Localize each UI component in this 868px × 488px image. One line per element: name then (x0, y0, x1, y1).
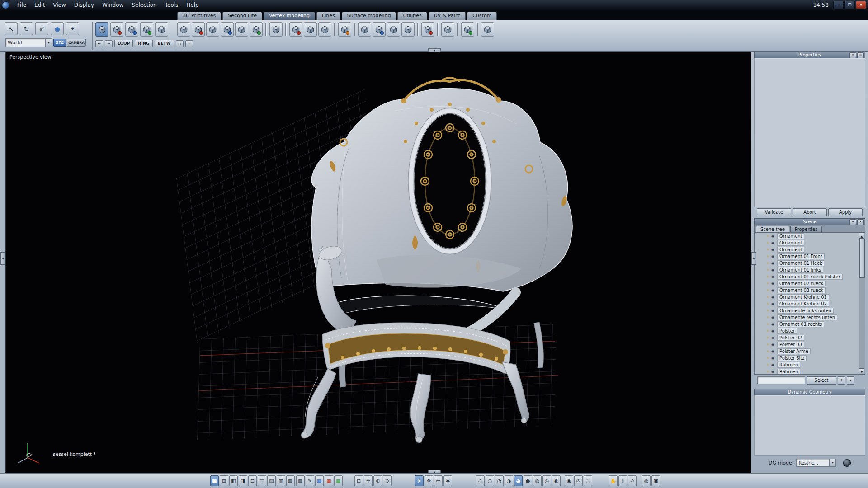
hidden-line-mode-icon[interactable]: ○ (486, 475, 494, 486)
tab-custom[interactable]: Custom (467, 12, 497, 20)
scene-tree-item[interactable]: ✳◉Polster 03 (755, 341, 859, 348)
pen-tool-icon[interactable]: ✐ (35, 22, 48, 35)
scene-tree-item[interactable]: ✳◉Ornamente links unten (755, 307, 859, 314)
menu-selection[interactable]: Selection (127, 1, 160, 9)
validate-button[interactable]: Validate (757, 208, 791, 216)
tab-vertex-modeling[interactable]: Vertex modeling (264, 12, 315, 20)
minimize-button[interactable]: – (833, 1, 844, 9)
zoom-out-icon[interactable]: ⊙ (383, 475, 392, 486)
item-visibility-icon[interactable]: ◉ (770, 356, 775, 360)
loop-button[interactable]: LOOP (114, 40, 133, 47)
chevron-down-icon[interactable]: ▾ (829, 459, 835, 466)
vertex-tool-13-icon[interactable] (373, 22, 386, 37)
select-points-icon[interactable] (110, 22, 123, 37)
grid-toggle-icon[interactable]: ▦ (296, 475, 305, 486)
hide-others-icon[interactable]: ◎ (574, 475, 583, 486)
item-star-icon[interactable]: ✳ (765, 349, 770, 353)
menu-file[interactable]: File (13, 1, 30, 9)
two-views-horizontal-icon[interactable]: ⊟ (248, 475, 257, 486)
item-star-icon[interactable]: ✳ (765, 288, 770, 292)
tab-utilities[interactable]: Utilities (397, 12, 427, 20)
item-star-icon[interactable]: ✳ (765, 275, 770, 279)
spinner-down-icon[interactable]: ▾ (838, 376, 845, 385)
world-dropdown[interactable]: World ▾ (5, 38, 52, 47)
close-button[interactable]: ✕ (856, 1, 866, 9)
scene-tree-item[interactable]: ✳◉Polster (755, 328, 859, 334)
item-visibility-icon[interactable]: ◉ (770, 275, 775, 279)
select-cursor-icon[interactable]: ➤ (415, 475, 424, 486)
menu-view[interactable]: View (49, 1, 70, 9)
item-visibility-icon[interactable]: ◉ (770, 302, 775, 306)
viewport-top-handle[interactable]: ▾ (428, 48, 441, 52)
item-visibility-icon[interactable]: ◉ (770, 349, 775, 353)
vertex-tool-12-icon[interactable] (358, 22, 371, 37)
scroll-down-icon[interactable]: ▼ (859, 368, 864, 374)
rect-select-icon[interactable]: ▭ (434, 475, 443, 486)
scene-tree-item[interactable]: ✳◉Ornamente rechts unten (755, 314, 859, 321)
item-star-icon[interactable]: ✳ (765, 363, 770, 367)
move-cursor-icon[interactable]: ✥ (425, 475, 433, 486)
camera-button[interactable]: CAMERA (67, 39, 86, 47)
scene-tree-item[interactable]: ✳◉Ornament Krohne 02 (755, 300, 859, 307)
panel-close-icon[interactable]: ✕ (857, 52, 864, 58)
scroll-up-icon[interactable]: ▲ (859, 233, 864, 239)
scene-tree-item[interactable]: ✳◉Ornament 01 Heck (755, 260, 859, 267)
three-views-left-icon[interactable]: ◧ (229, 475, 238, 486)
item-visibility-icon[interactable]: ◉ (770, 268, 775, 272)
textured-mode-icon[interactable]: ◕ (514, 475, 523, 486)
scene-tree-item[interactable]: ✳◉Polster 02 (755, 334, 859, 341)
item-visibility-icon[interactable]: ◉ (770, 234, 775, 238)
item-star-icon[interactable]: ✳ (765, 315, 770, 319)
single-view-icon[interactable]: ■ (210, 475, 219, 486)
betw-button[interactable]: BETW (155, 40, 174, 47)
twoside-mode-icon[interactable]: ◐ (552, 475, 561, 486)
grid-yz-icon[interactable]: ▦ (334, 475, 343, 486)
panel-close-icon[interactable]: ✕ (857, 219, 864, 225)
perspective-viewport[interactable]: Perspective view sessel komplett * (5, 52, 751, 473)
vertex-tool-14-icon[interactable] (387, 22, 400, 37)
vertex-tool-6-icon[interactable] (250, 22, 263, 37)
tab-3d-primitives[interactable]: 3D Primitives (177, 12, 221, 20)
dg-sphere-icon[interactable] (843, 459, 851, 467)
vertex-tool-4-icon[interactable] (221, 22, 234, 37)
item-star-icon[interactable]: ✳ (765, 261, 770, 265)
select-grow-icon[interactable]: ◦ (185, 40, 193, 47)
scene-tree-item[interactable]: ✳◉Rahmen (755, 361, 859, 368)
item-visibility-icon[interactable]: ◉ (770, 254, 775, 258)
item-visibility-icon[interactable]: ◉ (770, 241, 775, 245)
three-views-top-icon[interactable]: ▤ (267, 475, 276, 486)
vertex-tool-10-icon[interactable] (318, 22, 331, 37)
vertex-tool-16-icon[interactable] (421, 22, 434, 37)
outline-mode-icon[interactable]: ◎ (542, 475, 551, 486)
two-views-vertical-icon[interactable]: ◫ (258, 475, 266, 486)
item-visibility-icon[interactable]: ◉ (770, 343, 775, 347)
item-visibility-icon[interactable]: ◉ (770, 322, 775, 326)
viewport-left-handle[interactable]: ◂ (0, 252, 5, 265)
tab-uv-paint[interactable]: UV & Paint (429, 12, 466, 20)
item-star-icon[interactable]: ✳ (765, 329, 770, 333)
item-star-icon[interactable]: ✳ (765, 356, 770, 360)
vertex-tool-1-icon[interactable] (177, 22, 190, 37)
item-star-icon[interactable]: ✳ (765, 309, 770, 313)
dynamic-geometry-panel-header[interactable]: Dynamic Geometry (754, 389, 865, 395)
snapshot-camera-icon[interactable]: ▣ (651, 475, 660, 486)
draw-style-icon[interactable]: ✎ (306, 475, 314, 486)
tab-scene-tree[interactable]: Scene tree (756, 226, 789, 232)
item-star-icon[interactable]: ✳ (765, 370, 770, 374)
item-visibility-icon[interactable]: ◉ (770, 282, 775, 286)
tab-surface-modeling[interactable]: Surface modeling (342, 12, 396, 20)
three-views-right-icon[interactable]: ◨ (239, 475, 247, 486)
panel-menu-icon[interactable]: ▾ (849, 219, 856, 225)
scene-tree-item[interactable]: ✳◉Ornament 01 rueck Polster (755, 273, 859, 280)
tab-second-life[interactable]: Second Life (222, 12, 262, 20)
vertex-tool-19-icon[interactable] (481, 22, 494, 37)
viewport-right-handle[interactable]: ▸ (751, 252, 756, 265)
fit-view-icon[interactable]: ⊡ (354, 475, 363, 486)
apply-button[interactable]: Apply (828, 208, 863, 216)
four-views-icon[interactable]: ⊞ (220, 475, 228, 486)
select-button[interactable]: Select (807, 376, 836, 385)
xyz-button[interactable]: XYZ (53, 39, 66, 47)
grab-hand-icon[interactable]: ✋ (609, 475, 618, 486)
material-ball-icon[interactable]: ◍ (642, 475, 651, 486)
paint-select-icon[interactable]: ✱ (443, 475, 452, 486)
